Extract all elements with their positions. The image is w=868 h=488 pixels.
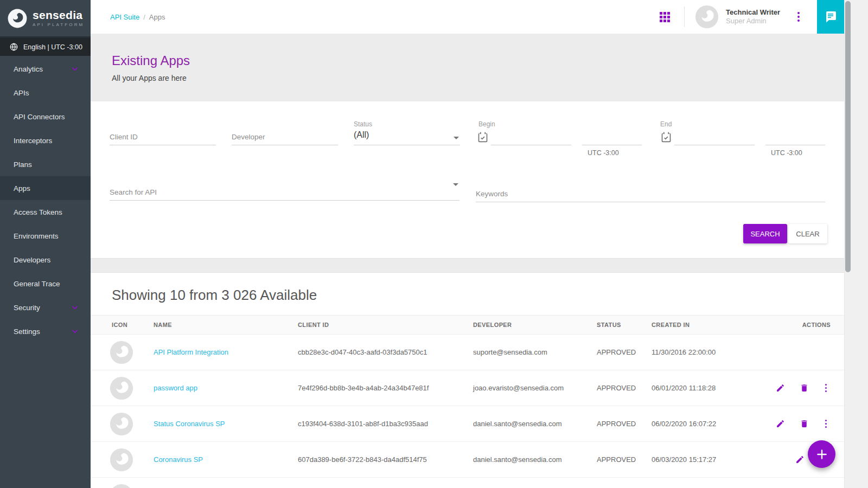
col-created-in: CREATED IN (652, 322, 756, 328)
app-name-link[interactable]: Status Coronavirus SP (154, 420, 298, 428)
sidebar-item-label: Environments (14, 232, 59, 240)
sidebar-item-developers[interactable]: Developers (0, 248, 91, 272)
page: Existing Apps All your Apps are here Sta… (91, 34, 844, 488)
search-button[interactable]: SEARCH (743, 224, 787, 243)
edit-pencil-icon[interactable] (776, 383, 785, 393)
developer-input[interactable] (232, 129, 338, 145)
breadcrumb: API Suite / Apps (110, 13, 165, 21)
results-summary: Showing 10 from 3 026 Available (91, 273, 844, 304)
app-name-link[interactable]: Coronavirus SP (154, 455, 298, 464)
row-more-kebab-icon[interactable] (824, 418, 829, 430)
sidebar-item-label: Access Tokens (14, 208, 62, 216)
app-created-in: 06/01/2020 11:18:28 (652, 384, 756, 392)
app-name-link[interactable]: password app (154, 384, 298, 392)
apps-grid-icon[interactable] (660, 12, 670, 22)
table-row: API Platform Integration cbb28e3c-d047-4… (91, 335, 844, 370)
plus-icon (815, 447, 829, 461)
delete-trash-icon[interactable] (800, 383, 809, 393)
scrollbar-track[interactable] (844, 0, 868, 488)
chevron-down-icon (71, 304, 79, 311)
topbar-right: Technical Writer Super Admin (660, 0, 844, 34)
add-app-fab[interactable] (808, 440, 835, 468)
status-badge: APPROVED (597, 384, 652, 392)
table-row: password app 7e4f296d-bb8b-3e4b-a4ab-24a… (91, 370, 844, 406)
status-badge: APPROVED (597, 420, 652, 428)
app-client-id: cbb28e3c-d047-40c3-aafd-03f3da5750c1 (298, 348, 473, 356)
delete-trash-icon[interactable] (800, 419, 809, 428)
app-swirl-icon (109, 412, 134, 436)
globe-icon (10, 43, 18, 51)
app-swirl-icon (109, 447, 134, 472)
actions-cell (756, 418, 844, 430)
calendar-check-icon[interactable] (477, 132, 488, 143)
table-header: ICON NAME CLIENT ID DEVELOPER STATUS CRE… (91, 315, 844, 335)
breadcrumb-api-suite[interactable]: API Suite (110, 13, 139, 21)
brand-logo[interactable]: sensedia API PLATFORM (0, 0, 91, 38)
chat-icon (824, 10, 837, 23)
sidebar-item-label: APIs (14, 89, 29, 97)
status-select[interactable]: (All) (354, 130, 460, 145)
sidebar-item-apis[interactable]: APIs (0, 81, 91, 105)
sidebar-item-security[interactable]: Security (0, 296, 91, 319)
client-id-input[interactable] (110, 129, 216, 145)
user-menu-kebab-icon[interactable] (794, 9, 803, 25)
begin-time-input[interactable] (582, 129, 642, 145)
app-swirl-icon (109, 340, 134, 365)
app-developer: daniel.santo@sensedia.com (473, 420, 597, 428)
app-created-in: 11/30/2016 22:00:00 (652, 348, 756, 356)
status-label: Status (354, 120, 372, 128)
filter-panel: Status (All) Begin UTC -3:00 End UTC -3:… (91, 101, 844, 258)
end-label: End (660, 120, 672, 128)
begin-date-input[interactable] (491, 129, 571, 145)
app-swirl-icon (109, 376, 134, 401)
app-name-link[interactable]: API Platform Integration (154, 348, 298, 356)
sidebar-menu: Analytics APIs API Connectors Intercepto… (0, 56, 91, 488)
actions-cell (756, 382, 844, 394)
sidebar-item-label: Security (14, 304, 40, 312)
sidebar-item-interceptors[interactable]: Interceptors (0, 129, 91, 152)
user-name: Technical Writer (726, 8, 780, 17)
col-icon: ICON (112, 322, 154, 328)
col-actions: ACTIONS (756, 322, 844, 328)
end-time-input[interactable] (765, 129, 825, 145)
sidebar-item-plans[interactable]: Plans (0, 152, 91, 176)
page-title: Existing Apps (112, 53, 844, 68)
table-row: Coronavirus SP 607da389-be6f-3722-b843-d… (91, 442, 844, 478)
sidebar-item-api-connectors[interactable]: API Connectors (0, 105, 91, 129)
col-developer: DEVELOPER (473, 322, 597, 328)
avatar[interactable] (694, 4, 719, 29)
user-info: Technical Writer Super Admin (726, 8, 780, 25)
brand-tagline: API PLATFORM (33, 22, 84, 27)
col-client-id: CLIENT ID (298, 322, 473, 328)
dropdown-arrow-icon (453, 183, 458, 186)
app-swirl-icon (109, 483, 134, 488)
results-section: Showing 10 from 3 026 Available ICON NAM… (91, 273, 844, 488)
edit-pencil-icon[interactable] (776, 419, 785, 428)
sidebar-item-settings[interactable]: Settings (0, 319, 91, 343)
status-value: (All) (354, 130, 369, 139)
keywords-input[interactable] (476, 185, 825, 202)
chevron-down-icon (71, 328, 79, 335)
row-more-kebab-icon[interactable] (824, 382, 829, 394)
col-name: NAME (154, 322, 298, 328)
sidebar-item-analytics[interactable]: Analytics (0, 57, 91, 81)
sidebar-item-label: Plans (14, 160, 32, 169)
scrollbar-thumb[interactable] (845, 1, 851, 272)
sidebar-item-environments[interactable]: Environments (0, 224, 91, 248)
edit-pencil-icon[interactable] (795, 455, 805, 464)
brand-name: sensedia (33, 10, 84, 21)
app-developer: joao.evaristo@sensedia.com (473, 384, 597, 392)
end-date-input[interactable] (674, 129, 755, 145)
sidebar-item-apps[interactable]: Apps (0, 176, 91, 200)
sidebar-item-general-trace[interactable]: General Trace (0, 272, 91, 296)
clear-button[interactable]: CLEAR (788, 224, 827, 243)
section-divider (91, 258, 844, 273)
page-header: Existing Apps All your Apps are here (91, 34, 844, 101)
chat-button[interactable] (817, 0, 844, 34)
locale-selector[interactable]: English | UTC -3:00 (0, 38, 91, 56)
table-row (91, 478, 844, 488)
search-api-select[interactable] (110, 184, 459, 201)
sidebar-item-access-tokens[interactable]: Access Tokens (0, 200, 91, 224)
calendar-check-icon[interactable] (661, 132, 672, 143)
dropdown-arrow-icon (454, 137, 459, 139)
